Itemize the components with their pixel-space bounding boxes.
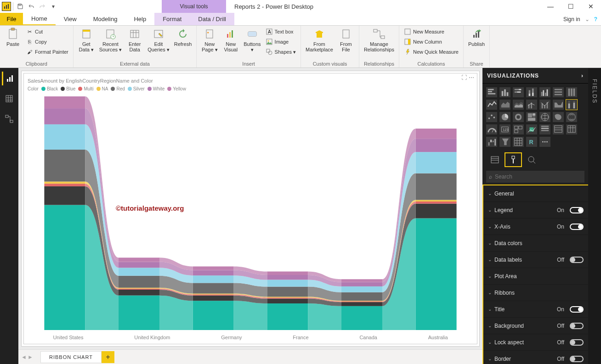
toggle-switch[interactable] xyxy=(570,356,584,362)
format-prop-plot-area[interactable]: ⌄Plot Area xyxy=(483,268,588,285)
viz-type-icon[interactable] xyxy=(513,100,524,110)
toggle-switch[interactable] xyxy=(570,224,584,230)
viz-type-icon[interactable] xyxy=(486,112,497,122)
buttons-button[interactable]: Buttons ▾ xyxy=(242,27,262,53)
report-view-button[interactable] xyxy=(2,72,16,85)
data-view-button[interactable] xyxy=(2,92,16,106)
enter-data-button[interactable]: Enter Data xyxy=(125,27,145,53)
format-prop-x-axis[interactable]: ⌄X-AxisOn xyxy=(483,218,588,235)
focus-mode-icon[interactable]: ⛶ xyxy=(461,74,467,81)
recent-sources-button[interactable]: Recent Sources ▾ xyxy=(97,27,124,53)
text-box-button[interactable]: AText box xyxy=(264,27,298,37)
viz-type-icon[interactable] xyxy=(499,112,510,122)
redo-icon[interactable] xyxy=(37,1,47,11)
legend-item[interactable]: NA xyxy=(96,86,108,91)
from-marketplace-button[interactable]: From Marketplace xyxy=(304,27,335,53)
viz-type-icon[interactable] xyxy=(486,124,497,134)
ribbon-tab-datadrill[interactable]: Data / Drill xyxy=(190,13,234,25)
viz-type-icon[interactable] xyxy=(499,137,510,147)
refresh-button[interactable]: Refresh xyxy=(172,27,194,48)
new-page-button[interactable]: ★New Page ▾ xyxy=(199,27,220,53)
viz-type-icon[interactable] xyxy=(499,100,510,110)
legend-item[interactable]: Silver xyxy=(128,86,145,91)
legend-item[interactable]: White xyxy=(147,86,165,91)
viz-type-icon[interactable] xyxy=(553,100,564,110)
ribbon-tab-format[interactable]: Format xyxy=(154,13,190,25)
legend-item[interactable]: Blue xyxy=(61,86,75,91)
format-prop-legend[interactable]: ⌄LegendOn xyxy=(483,202,588,218)
manage-relationships-button[interactable]: Manage Relationships xyxy=(362,27,396,53)
image-button[interactable]: Image xyxy=(264,37,298,47)
viz-type-icon[interactable] xyxy=(539,87,550,97)
ribbon-chart-visual[interactable]: ⛶ ⋯ SalesAmount by EnglishCountryRegionN… xyxy=(23,73,477,344)
shapes-button[interactable]: Shapes ▾ xyxy=(264,47,298,57)
new-quick-measure-button[interactable]: New Quick Measure xyxy=(402,47,460,57)
format-prop-title[interactable]: ⌄TitleOn xyxy=(483,301,588,318)
sign-in-link[interactable]: Sign in xyxy=(563,16,580,22)
viz-type-icon[interactable] xyxy=(513,112,524,122)
viz-type-icon[interactable] xyxy=(513,124,524,134)
page-tab[interactable]: RIBBON CHART xyxy=(40,351,102,363)
viz-type-icon[interactable] xyxy=(526,124,537,134)
toggle-switch[interactable] xyxy=(570,207,584,213)
qat-dropdown-icon[interactable]: ▾ xyxy=(48,1,58,11)
new-measure-button[interactable]: New Measure xyxy=(402,27,460,37)
viz-type-icon[interactable] xyxy=(486,87,497,97)
format-prop-background[interactable]: ⌄BackgroundOff xyxy=(483,318,588,334)
ribbon-tab-view[interactable]: View xyxy=(56,13,85,25)
viz-type-icon[interactable] xyxy=(566,87,577,97)
format-painter-button[interactable]: 🖌Format Painter xyxy=(24,47,70,57)
format-prop-data-colors[interactable]: ⌄Data colors xyxy=(483,235,588,252)
file-tab[interactable]: File xyxy=(0,13,23,25)
toggle-switch[interactable] xyxy=(570,339,584,346)
more-options-icon[interactable]: ⋯ xyxy=(469,74,474,81)
edit-queries-button[interactable]: Edit Queries ▾ xyxy=(146,27,171,53)
search-box[interactable]: ⌕ xyxy=(486,171,584,183)
paste-button[interactable]: Paste xyxy=(3,27,23,48)
fields-pane-collapsed[interactable]: FIELDS xyxy=(588,68,601,364)
viz-type-icon[interactable] xyxy=(513,137,524,147)
add-page-button[interactable]: + xyxy=(102,351,114,363)
viz-type-icon[interactable] xyxy=(526,100,537,110)
toggle-switch[interactable] xyxy=(570,306,584,313)
maximize-button[interactable]: ☐ xyxy=(561,0,581,13)
prev-page-icon[interactable]: ◄ xyxy=(21,354,27,360)
viz-type-icon[interactable] xyxy=(566,100,577,110)
viz-type-icon[interactable] xyxy=(526,112,537,122)
collapse-pane-icon[interactable]: › xyxy=(581,73,584,79)
viz-type-icon[interactable] xyxy=(539,137,550,147)
viz-type-icon[interactable] xyxy=(499,87,510,97)
legend-item[interactable]: Yellow xyxy=(167,86,186,91)
legend-item[interactable]: Red xyxy=(111,86,125,91)
model-view-button[interactable] xyxy=(2,112,16,126)
viz-type-icon[interactable] xyxy=(553,112,564,122)
new-column-button[interactable]: New Column xyxy=(402,37,460,47)
cut-button[interactable]: ✂Cut xyxy=(24,27,70,37)
ribbon-tab-modeling[interactable]: Modeling xyxy=(85,13,126,25)
from-file-button[interactable]: From File xyxy=(336,27,356,53)
get-data-button[interactable]: Get Data ▾ xyxy=(76,27,96,53)
format-prop-general[interactable]: ⌄General xyxy=(483,185,588,202)
analytics-tab-button[interactable] xyxy=(524,153,539,166)
search-input[interactable] xyxy=(495,174,582,180)
close-button[interactable]: ✕ xyxy=(581,0,601,13)
fields-tab-button[interactable] xyxy=(487,153,503,166)
ribbon-tab-home[interactable]: Home xyxy=(23,13,56,25)
viz-type-icon[interactable] xyxy=(526,87,537,97)
minimize-button[interactable]: — xyxy=(540,0,561,13)
legend-item[interactable]: Black xyxy=(41,86,58,91)
next-page-icon[interactable]: ► xyxy=(28,354,33,360)
viz-type-icon[interactable] xyxy=(566,112,577,122)
publish-button[interactable]: Publish xyxy=(466,27,487,48)
format-prop-border[interactable]: ⌄BorderOff xyxy=(483,351,588,364)
viz-type-icon[interactable] xyxy=(553,87,564,97)
viz-type-icon[interactable] xyxy=(486,137,497,147)
viz-type-icon[interactable]: R xyxy=(526,137,537,147)
viz-type-icon[interactable] xyxy=(539,100,550,110)
viz-type-icon[interactable] xyxy=(539,112,550,122)
viz-type-icon[interactable] xyxy=(539,124,550,134)
new-visual-button[interactable]: New Visual xyxy=(221,27,241,53)
copy-button[interactable]: ⎘Copy xyxy=(24,37,70,47)
format-prop-data-labels[interactable]: ⌄Data labelsOff xyxy=(483,252,588,268)
ribbon-tab-help[interactable]: Help xyxy=(125,13,154,25)
